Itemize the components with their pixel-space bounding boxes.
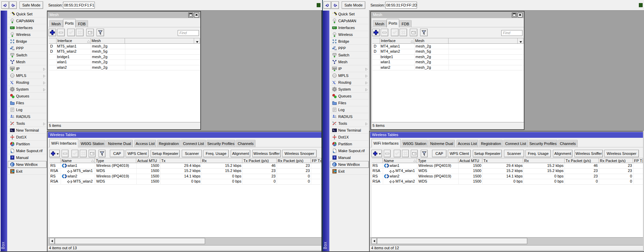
svg-text:255: 255 <box>11 67 14 69</box>
svg-text:255: 255 <box>333 67 337 69</box>
svg-text:?: ? <box>334 156 336 159</box>
svg-text:?: ? <box>12 156 13 159</box>
